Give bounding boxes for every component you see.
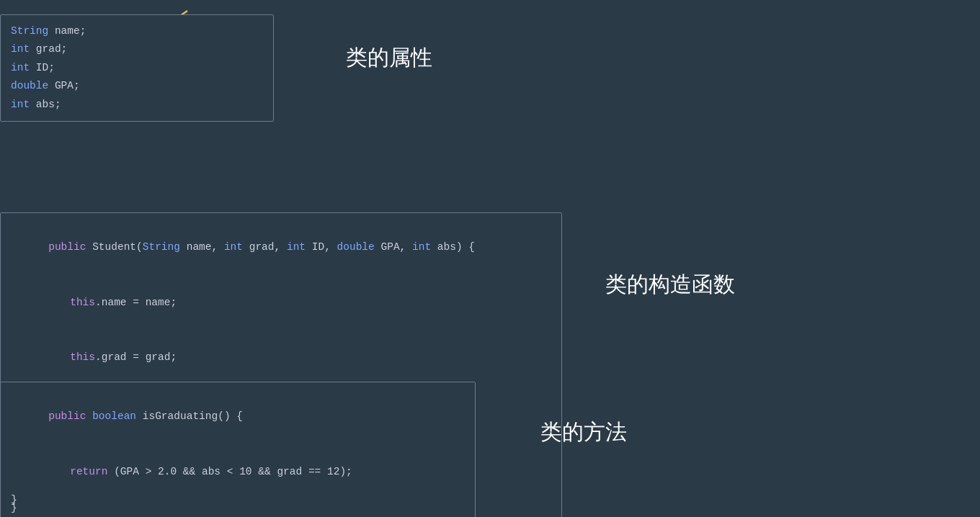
fields-box: String name; int grad; int ID; double GP…: [0, 14, 274, 122]
outer-closing-brace: }: [11, 494, 17, 506]
method-closing-brace: }: [11, 499, 465, 517]
constructor-signature: public Student(String name, int grad, in…: [11, 220, 551, 275]
field-gpa: double GPA;: [11, 77, 263, 95]
field-id: int ID;: [11, 59, 263, 77]
label-fields: 类的属性: [346, 43, 432, 73]
method-signature: public boolean isGraduating() {: [11, 390, 465, 444]
field-name: String name;: [11, 22, 263, 40]
field-grad: int grad;: [11, 40, 263, 58]
method-return: return (GPA > 2.0 && abs < 10 && grad ==…: [11, 444, 465, 499]
label-method: 类的方法: [540, 418, 627, 447]
label-constructor: 类的构造函数: [605, 270, 735, 300]
constructor-this-grad: this.grad = grad;: [11, 330, 551, 385]
method-box: public boolean isGraduating() { return (…: [0, 382, 476, 517]
field-abs: int abs;: [11, 96, 263, 114]
constructor-this-name: this.name = name;: [11, 275, 551, 330]
main-container: public class Student { String name; int …: [0, 0, 980, 517]
